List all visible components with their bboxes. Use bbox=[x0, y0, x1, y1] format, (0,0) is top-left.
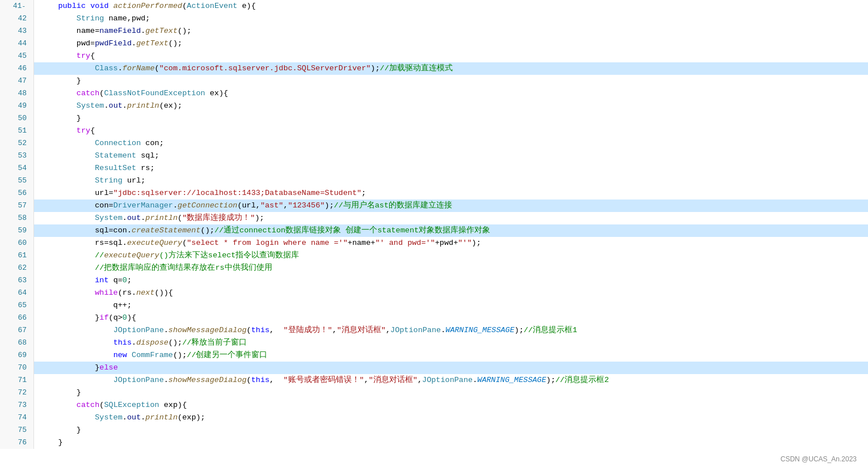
line-number: 54 bbox=[0, 162, 34, 175]
line-number: 63 bbox=[0, 274, 34, 287]
line-number: 64 bbox=[0, 287, 34, 299]
line-content: name=nameField.getText(); bbox=[34, 25, 191, 37]
line-number: 59 bbox=[0, 224, 34, 237]
line-number: 72 bbox=[0, 387, 34, 399]
line-content: int q=0; bbox=[34, 274, 132, 287]
line-number: 50 bbox=[0, 112, 34, 125]
line-content: JOptionPane.showMessageDialog(this, "账号或… bbox=[34, 374, 609, 387]
line-number: 56 bbox=[0, 187, 34, 200]
line-content: this.dispose();//释放当前子窗口 bbox=[34, 337, 247, 349]
table-row: 71 JOptionPane.showMessageDialog(this, "… bbox=[0, 374, 868, 387]
line-content: con=DriverManager.getConnection(url,"ast… bbox=[34, 200, 452, 212]
table-row: 52 Connection con; bbox=[0, 137, 868, 150]
line-number: 53 bbox=[0, 150, 34, 162]
table-row: 51 try{ bbox=[0, 125, 868, 137]
line-content: System.out.println(ex); bbox=[34, 100, 182, 112]
line-number: 61 bbox=[0, 249, 34, 262]
line-content: System.out.println("数据库连接成功！"); bbox=[34, 212, 264, 224]
table-row: 65 q++; bbox=[0, 299, 868, 312]
line-number: 74 bbox=[0, 411, 34, 424]
line-number: 44 bbox=[0, 37, 34, 50]
line-number: 65 bbox=[0, 299, 34, 312]
table-row: 68 this.dispose();//释放当前子窗口 bbox=[0, 337, 868, 349]
table-row: 58 System.out.println("数据库连接成功！"); bbox=[0, 212, 868, 224]
table-row: 44 pwd=pwdField.getText(); bbox=[0, 37, 868, 50]
table-row: 42 String name,pwd; bbox=[0, 12, 868, 25]
table-row: 76 } bbox=[0, 436, 868, 449]
table-row: 72 } bbox=[0, 387, 868, 399]
line-number: 60 bbox=[0, 237, 34, 249]
table-row: 64 while(rs.next()){ bbox=[0, 287, 868, 299]
line-number: 75 bbox=[0, 424, 34, 436]
table-row: 45 try{ bbox=[0, 50, 868, 62]
line-content: } bbox=[34, 75, 81, 87]
table-row: 59 sql=con.createStatement();//通过connect… bbox=[0, 224, 868, 237]
line-content: rs=sql.executeQuery("select * from login… bbox=[34, 237, 481, 249]
table-row: 41- public void actionPerformed(ActionEv… bbox=[0, 0, 868, 12]
table-row: 47 } bbox=[0, 75, 868, 87]
line-content: Class.forName("com.microsoft.sqlserver.j… bbox=[34, 62, 453, 75]
line-number: 62 bbox=[0, 262, 34, 274]
table-row: 56 url="jdbc:sqlserver://localhost:1433;… bbox=[0, 187, 868, 200]
line-content: String name,pwd; bbox=[34, 12, 150, 25]
table-row: 75 } bbox=[0, 424, 868, 436]
line-number: 55 bbox=[0, 175, 34, 187]
table-row: 49 System.out.println(ex); bbox=[0, 100, 868, 112]
line-content: } bbox=[34, 436, 63, 449]
table-row: 61 //executeQuery()方法来下达select指令以查询数据库 bbox=[0, 249, 868, 262]
line-content: try{ bbox=[34, 50, 95, 62]
line-number: 46 bbox=[0, 62, 34, 75]
table-row: 66 }if(q>0){ bbox=[0, 312, 868, 324]
line-content: }if(q>0){ bbox=[34, 312, 136, 324]
line-content: catch(ClassNotFoundException ex){ bbox=[34, 87, 228, 100]
table-row: 62 //把数据库响应的查询结果存放在rs中供我们使用 bbox=[0, 262, 868, 274]
line-number: 67 bbox=[0, 324, 34, 337]
line-number: 57 bbox=[0, 200, 34, 212]
line-content: public void actionPerformed(ActionEvent … bbox=[34, 0, 256, 12]
line-content: }else bbox=[34, 362, 118, 374]
line-content: } bbox=[34, 424, 81, 436]
line-content: sql=con.createStatement();//通过connection… bbox=[34, 224, 490, 237]
code-lines-container: 41- public void actionPerformed(ActionEv… bbox=[0, 0, 868, 449]
line-number: 47 bbox=[0, 75, 34, 87]
line-number: 52 bbox=[0, 137, 34, 150]
table-row: 63 int q=0; bbox=[0, 274, 868, 287]
line-number: 68 bbox=[0, 337, 34, 349]
line-content: String url; bbox=[34, 175, 145, 187]
line-content: while(rs.next()){ bbox=[34, 287, 173, 299]
table-row: 55 String url; bbox=[0, 175, 868, 187]
line-content: catch(SQLException exp){ bbox=[34, 399, 187, 411]
line-content: System.out.println(exp); bbox=[34, 411, 205, 424]
line-number: 66 bbox=[0, 312, 34, 324]
line-content: } bbox=[34, 387, 81, 399]
line-content: Connection con; bbox=[34, 137, 164, 150]
line-number: 48 bbox=[0, 87, 34, 100]
line-content: url="jdbc:sqlserver://localhost:1433;Dat… bbox=[34, 187, 366, 200]
line-content: //把数据库响应的查询结果存放在rs中供我们使用 bbox=[34, 262, 272, 274]
line-content: new CommFrame();//创建另一个事件窗口 bbox=[34, 349, 267, 362]
table-row: 57 con=DriverManager.getConnection(url,"… bbox=[0, 200, 868, 212]
table-row: 48 catch(ClassNotFoundException ex){ bbox=[0, 87, 868, 100]
line-number: 58 bbox=[0, 212, 34, 224]
table-row: 43 name=nameField.getText(); bbox=[0, 25, 868, 37]
table-row: 74 System.out.println(exp); bbox=[0, 411, 868, 424]
line-content: } bbox=[34, 112, 81, 125]
line-number: 51 bbox=[0, 125, 34, 137]
table-row: 67 JOptionPane.showMessageDialog(this, "… bbox=[0, 324, 868, 337]
line-number: 70 bbox=[0, 362, 34, 374]
line-number: 45 bbox=[0, 50, 34, 62]
table-row: 50 } bbox=[0, 112, 868, 125]
line-number: 43 bbox=[0, 25, 34, 37]
line-content: JOptionPane.showMessageDialog(this, "登陆成… bbox=[34, 324, 577, 337]
table-row: 69 new CommFrame();//创建另一个事件窗口 bbox=[0, 349, 868, 362]
line-content: q++; bbox=[34, 299, 132, 312]
line-number: 42 bbox=[0, 12, 34, 25]
line-content: //executeQuery()方法来下达select指令以查询数据库 bbox=[34, 249, 299, 262]
line-number: 49 bbox=[0, 100, 34, 112]
watermark: CSDN @UCAS_An.2023 bbox=[781, 453, 857, 465]
line-content: pwd=pwdField.getText(); bbox=[34, 37, 182, 50]
table-row: 53 Statement sql; bbox=[0, 150, 868, 162]
line-content: try{ bbox=[34, 125, 95, 137]
table-row: 70 }else bbox=[0, 362, 868, 374]
line-number: 41- bbox=[0, 0, 34, 12]
